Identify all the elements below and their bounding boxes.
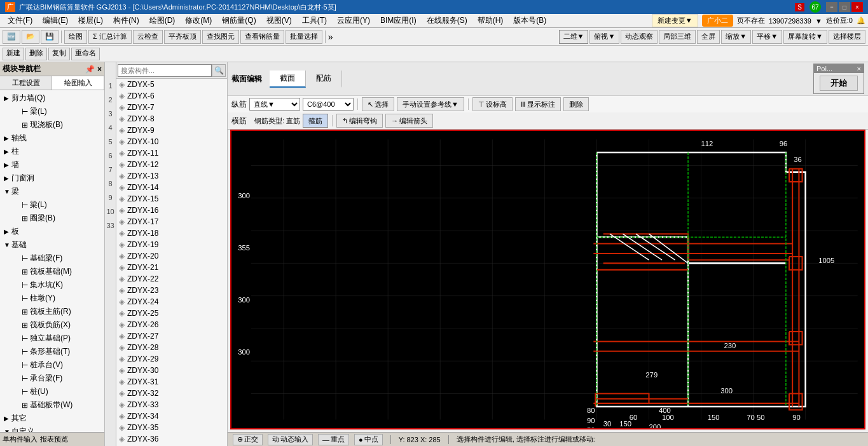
list-item[interactable]: ◈ZDYX-16: [116, 205, 227, 216]
list-item[interactable]: ◈ZDYX-17: [116, 216, 227, 227]
menu-help[interactable]: 帮助(H): [472, 14, 509, 27]
list-item[interactable]: ◈ZDYX-30: [116, 365, 227, 376]
close-panel-icon[interactable]: ×: [97, 65, 102, 74]
list-item[interactable]: ◈ZDYX-8: [116, 113, 227, 125]
list-item[interactable]: ◈ZDYX-33: [116, 399, 227, 410]
list-item[interactable]: ◈ZDYX-5: [116, 79, 227, 90]
tree-pile[interactable]: ⊢ 桩(U): [1, 385, 103, 398]
save-btn[interactable]: 💾: [41, 30, 59, 44]
tree-column[interactable]: ▶ 柱: [1, 145, 103, 158]
list-item[interactable]: ◈ZDYX-34: [116, 410, 227, 422]
edit-hook-btn[interactable]: ↰ 编辑弯钩: [336, 114, 383, 128]
list-item[interactable]: ◈ZDYX-14: [116, 182, 227, 193]
tab-section[interactable]: 截面: [270, 71, 306, 88]
menu-edit[interactable]: 编辑(E): [38, 14, 73, 27]
2d-view-btn[interactable]: 二维▼: [559, 30, 589, 44]
list-item[interactable]: ◈ZDYX-31: [116, 376, 227, 388]
tree-foundation-beam[interactable]: ⊢ 基础梁(F): [1, 252, 103, 265]
list-item[interactable]: ◈ZDYX-27: [116, 330, 227, 342]
list-item[interactable]: ◈ZDYX-25: [116, 307, 227, 319]
new-change-btn[interactable]: 新建变更▼: [652, 14, 698, 27]
keypoint-btn[interactable]: — 重点: [318, 434, 349, 445]
tree-door-window[interactable]: ▶ 门窗洞: [1, 172, 103, 185]
report-preview-btn[interactable]: 报表预览: [40, 435, 68, 444]
list-item[interactable]: ◈ZDYX-29: [116, 353, 227, 365]
bell-icon[interactable]: 🔔: [857, 17, 865, 25]
tree-found-belt[interactable]: ⊞ 基础板带(W): [1, 398, 103, 412]
manual-ref-btn[interactable]: 手动设置参考线▼: [397, 97, 464, 111]
zoom-btn[interactable]: 缩放▼: [721, 30, 751, 44]
app-min-btn[interactable]: －: [826, 2, 837, 12]
tree-raft-neg-rebar[interactable]: ⊞ 筏板负筋(X): [1, 318, 103, 332]
menu-view[interactable]: 视图(V): [261, 14, 297, 27]
menu-component[interactable]: 构件(N): [108, 14, 144, 27]
list-item[interactable]: ◈ZDYX-21: [116, 262, 227, 273]
list-item[interactable]: ◈ZDYX-32: [116, 388, 227, 399]
tree-isolated-foundation[interactable]: ⊢ 独立基础(P): [1, 332, 103, 345]
list-item[interactable]: ◈ZDYX-26: [116, 319, 227, 330]
expand-icon[interactable]: »: [328, 32, 333, 42]
dynamic-view-btn[interactable]: 动态观察: [621, 30, 658, 44]
dynamic-input-btn[interactable]: 动 动态输入: [268, 434, 313, 445]
pin-icon[interactable]: 📌: [85, 65, 95, 74]
tree-slab[interactable]: ▶ 板: [1, 225, 103, 238]
list-item[interactable]: ◈ZDYX-23: [116, 285, 227, 296]
search-input[interactable]: [118, 64, 212, 77]
app-max-btn[interactable]: □: [839, 2, 850, 12]
spacing-select[interactable]: C6@400: [303, 98, 354, 111]
list-item[interactable]: ◈ZDYX-36: [116, 433, 227, 445]
menu-floor[interactable]: 楼层(L): [73, 14, 108, 27]
set-height-btn[interactable]: ⊤ 设标高: [472, 97, 513, 111]
menu-bim[interactable]: BIM应用(I): [375, 14, 422, 27]
list-item[interactable]: ◈ZDYX-28: [116, 342, 227, 353]
pan-btn[interactable]: 平移▼: [752, 30, 782, 44]
edit-arrow-btn[interactable]: → 编辑箭头: [385, 114, 433, 128]
tree-strip-foundation[interactable]: ⊢ 条形基础(T): [1, 345, 103, 358]
menu-tools[interactable]: 工具(T): [297, 14, 332, 27]
tree-pile-cap[interactable]: ⊢ 桩承台(V): [1, 358, 103, 372]
midpoint-btn[interactable]: ● 中点: [354, 434, 383, 445]
menu-draw[interactable]: 绘图(D): [144, 14, 181, 27]
open-btn[interactable]: 📂: [22, 30, 39, 44]
line-type-select[interactable]: 直线▼: [249, 98, 300, 111]
view-rebar-btn[interactable]: 查看钢筋量: [240, 30, 284, 44]
batch-select-btn[interactable]: 批量选择: [286, 30, 322, 44]
tree-col-cap[interactable]: ⊢ 柱墩(Y): [1, 292, 103, 305]
select-btn[interactable]: ↖ 选择: [362, 97, 394, 111]
tree-custom[interactable]: ▼ 自定义: [1, 425, 103, 432]
stirrup-btn[interactable]: 箍筋: [303, 114, 328, 128]
tree-beam[interactable]: ▼ 梁: [1, 185, 103, 198]
find-btn[interactable]: 查找图元: [202, 30, 239, 44]
menu-rebar[interactable]: 钢筋量(Q): [217, 14, 261, 27]
tree-raft[interactable]: ⊞ 筏板基础(M): [1, 265, 103, 278]
menu-modify[interactable]: 修改(M): [180, 14, 217, 27]
tree-other[interactable]: ▶ 其它: [1, 412, 103, 425]
list-item[interactable]: ◈ZDYX-10: [116, 136, 227, 147]
list-item[interactable]: ◈ZDYX-35: [116, 422, 227, 433]
align-floor-btn[interactable]: 平齐板顶: [164, 30, 201, 44]
list-item[interactable]: ◈ZDYX-9: [116, 125, 227, 136]
list-item[interactable]: ◈ZDYX-6: [116, 90, 227, 102]
list-item[interactable]: ◈ZDYX-12: [116, 159, 227, 170]
menu-online[interactable]: 在线服务(S): [422, 14, 472, 27]
guangda-btn[interactable]: 广小二: [702, 15, 733, 27]
tree-axis[interactable]: ▶ 轴线: [1, 132, 103, 145]
tree-pile-cap-beam[interactable]: ⊢ 承台梁(F): [1, 372, 103, 385]
new-btn[interactable]: 🆕: [3, 30, 20, 44]
tree-cast-slab[interactable]: ⊞ 现浇板(B): [1, 118, 103, 132]
arrow-icon[interactable]: ▼: [815, 17, 822, 25]
list-item[interactable]: ◈ZDYX-7: [116, 102, 227, 113]
tree-pit[interactable]: ⊢ 集水坑(K): [1, 278, 103, 292]
tree-beam-l2[interactable]: ⊢ 梁(L): [1, 198, 103, 212]
search-btn[interactable]: 🔍: [212, 64, 226, 77]
tree-ring-beam[interactable]: ⊞ 圈梁(B): [1, 212, 103, 225]
canvas-area[interactable]: 112 96 36 300 355 300 300 60 100 150 70 …: [230, 130, 865, 429]
list-item[interactable]: ◈ZDYX-24: [116, 296, 227, 307]
local-3d-btn[interactable]: 局部三维: [659, 30, 696, 44]
tree-shear-wall[interactable]: ▶ 剪力墙(Q): [1, 91, 103, 105]
list-item[interactable]: ◈ZDYX-22: [116, 273, 227, 285]
draw-btn[interactable]: 绘图: [64, 30, 87, 44]
toolbar2-copy-btn[interactable]: 复制: [48, 48, 70, 60]
single-component-btn[interactable]: 单构件输入: [3, 435, 38, 444]
select-floor-btn[interactable]: 选择楼层: [829, 30, 865, 44]
